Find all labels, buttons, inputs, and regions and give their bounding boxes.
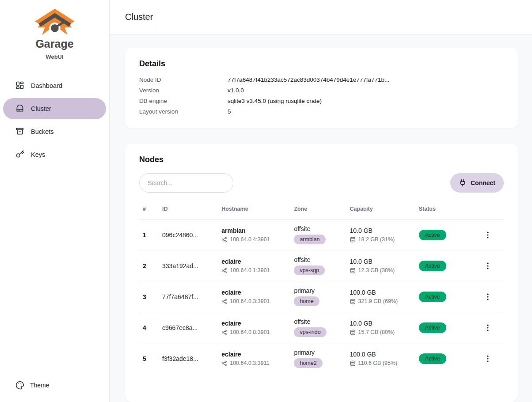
details-card: Details Node ID 77f7a6487f41b233ac572ac8… bbox=[125, 48, 518, 129]
row-actions-button[interactable] bbox=[475, 323, 500, 332]
sidebar-item-buckets[interactable]: Buckets bbox=[3, 121, 106, 142]
node-usage: 18.2 GB (31%) bbox=[350, 236, 412, 243]
row-actions-button[interactable] bbox=[475, 292, 500, 301]
database-icon bbox=[350, 330, 356, 335]
status-badge: Active bbox=[419, 292, 446, 302]
detail-row: Layout version 5 bbox=[139, 106, 504, 117]
main-area: Cluster Details Node ID 77f7a6487f41b233… bbox=[110, 0, 532, 402]
share-icon bbox=[221, 237, 227, 243]
table-row: 4 c9667ec8a... eclaire 100.64.0.8:3901 bbox=[139, 312, 504, 343]
share-icon bbox=[221, 299, 227, 304]
sidebar-item-label: Cluster bbox=[31, 105, 51, 112]
database-icon bbox=[350, 237, 356, 243]
node-address: 100.64.0.8:3901 bbox=[221, 329, 287, 335]
details-title: Details bbox=[139, 59, 504, 68]
database-icon bbox=[350, 360, 356, 366]
sidebar-item-cluster[interactable]: Cluster bbox=[3, 98, 106, 119]
search-input[interactable] bbox=[139, 173, 233, 193]
sidebar-item-keys[interactable]: Keys bbox=[3, 144, 106, 165]
content: Details Node ID 77f7a6487f41b233ac572ac8… bbox=[110, 34, 532, 402]
details-rows: Node ID 77f7a6487f41b233ac572ac83d00374b… bbox=[139, 75, 504, 117]
kebab-menu-icon bbox=[483, 354, 492, 363]
buckets-icon bbox=[15, 127, 24, 137]
col-header-zone: Zone bbox=[290, 201, 346, 220]
theme-toggle[interactable]: Theme bbox=[3, 376, 106, 394]
page-title: Cluster bbox=[125, 12, 153, 22]
dashboard-icon bbox=[15, 81, 24, 91]
node-address: 100.64.0.4:3901 bbox=[221, 236, 287, 243]
kebab-menu-icon bbox=[483, 292, 492, 301]
detail-row: Version v1.0.0 bbox=[139, 85, 504, 96]
col-header-status: Status bbox=[415, 201, 472, 220]
nodes-title: Nodes bbox=[139, 155, 504, 164]
cluster-icon bbox=[15, 104, 24, 114]
status-badge: Active bbox=[419, 261, 446, 271]
node-address: 100.64.0.3:3901 bbox=[221, 298, 287, 304]
status-badge: Active bbox=[419, 353, 446, 364]
brand: Garage WebUI bbox=[3, 8, 106, 60]
palette-icon bbox=[15, 381, 24, 390]
status-badge: Active bbox=[419, 230, 446, 240]
nodes-toolbar: Connect bbox=[139, 173, 504, 193]
status-badge: Active bbox=[419, 322, 446, 333]
node-usage: 15.7 GB (80%) bbox=[350, 329, 412, 335]
table-row: 2 333a192ad... eclaire 100.64.0.1:3901 bbox=[139, 250, 504, 281]
zone-tag: home2 bbox=[294, 358, 322, 368]
sidebar-item-label: Keys bbox=[31, 151, 45, 158]
row-actions-button[interactable] bbox=[475, 262, 500, 270]
sidebar-nav: Dashboard Cluster Buckets Keys bbox=[3, 75, 106, 165]
zone-tag: vps-indo bbox=[294, 327, 326, 337]
share-icon bbox=[221, 268, 227, 273]
zone-tag: vps-sgp bbox=[294, 265, 325, 275]
keys-icon bbox=[15, 150, 24, 160]
sidebar-item-label: Dashboard bbox=[31, 82, 62, 89]
detail-row: DB engine sqlite3 v3.45.0 (using rusqlit… bbox=[139, 96, 504, 106]
col-header-num: # bbox=[139, 201, 159, 220]
node-usage: 321.9 GB (69%) bbox=[350, 298, 412, 304]
node-usage: 12.3 GB (38%) bbox=[350, 267, 412, 273]
table-header-row: # ID Hostname Zone Capacity Status bbox=[139, 201, 504, 220]
nodes-table: # ID Hostname Zone Capacity Status 1 096… bbox=[139, 201, 504, 374]
nodes-card: Nodes Connect # ID Hostname bbox=[125, 144, 518, 402]
table-row: 1 096c24860... armbian 100.64.0.4:3901 bbox=[139, 220, 504, 250]
node-address: 100.64.0.3:3911 bbox=[221, 360, 287, 366]
zone-tag: armbian bbox=[294, 235, 325, 244]
node-usage: 110.6 GB (95%) bbox=[350, 360, 412, 366]
zone-tag: home bbox=[294, 296, 319, 306]
detail-row: Node ID 77f7a6487f41b233ac572ac83d00374b… bbox=[139, 75, 504, 85]
col-header-hostname: Hostname bbox=[218, 201, 290, 220]
garage-logo-icon bbox=[34, 8, 76, 37]
connect-label: Connect bbox=[471, 179, 495, 186]
col-header-actions bbox=[472, 201, 504, 220]
sidebar: Garage WebUI Dashboard Cluster Buckets K… bbox=[0, 0, 110, 402]
database-icon bbox=[350, 268, 356, 273]
table-row: 3 77f7a6487f... eclaire 100.64.0.3:3901 bbox=[139, 281, 504, 312]
kebab-menu-icon bbox=[483, 262, 492, 270]
kebab-menu-icon bbox=[483, 323, 492, 332]
sidebar-item-label: Buckets bbox=[31, 128, 54, 135]
theme-label: Theme bbox=[30, 382, 49, 389]
brand-name: Garage bbox=[3, 38, 106, 50]
connect-button[interactable]: Connect bbox=[450, 173, 504, 193]
row-actions-button[interactable] bbox=[475, 231, 500, 239]
node-address: 100.64.0.1:3901 bbox=[221, 267, 287, 273]
sidebar-item-dashboard[interactable]: Dashboard bbox=[3, 75, 106, 96]
share-icon bbox=[221, 360, 227, 366]
table-row: 5 f3f32ade18... eclaire 100.64.0.3:3911 bbox=[139, 343, 504, 374]
plug-icon bbox=[459, 179, 467, 187]
database-icon bbox=[350, 299, 356, 304]
row-actions-button[interactable] bbox=[475, 354, 500, 363]
col-header-capacity: Capacity bbox=[346, 201, 415, 220]
topbar: Cluster bbox=[110, 0, 532, 34]
kebab-menu-icon bbox=[483, 231, 492, 239]
col-header-id: ID bbox=[159, 201, 218, 220]
share-icon bbox=[221, 330, 227, 335]
brand-subtitle: WebUI bbox=[3, 53, 106, 60]
